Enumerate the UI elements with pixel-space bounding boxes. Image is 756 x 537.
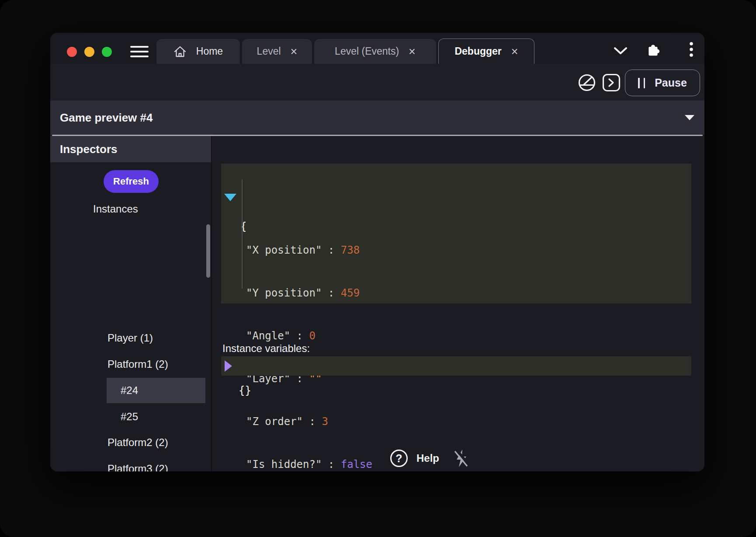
sidebar-item-player[interactable]: Player (1) [108, 325, 153, 351]
sidebar-item-platform2[interactable]: Platform2 (2) [108, 430, 168, 455]
profiler-gauge-icon[interactable] [577, 73, 597, 93]
json-colon: : [322, 244, 340, 256]
home-icon [173, 45, 187, 58]
inspectors-sidebar: Inspectors Refresh Instances Player (1) … [50, 136, 211, 471]
extensions-puzzle-icon[interactable] [647, 42, 662, 56]
content-area: Inspectors Refresh Instances Player (1) … [50, 136, 704, 471]
inspector-main: General: { "X position" : 738 "Y positio… [212, 136, 704, 471]
json-key: "Angle" [246, 330, 290, 342]
json-row-y-position: "Y position" : 459 [221, 284, 691, 302]
tab-home[interactable]: Home [156, 39, 240, 64]
json-row-x-position: "X position" : 738 [221, 241, 691, 259]
json-value: 0 [309, 330, 316, 342]
json-colon: : [290, 330, 309, 342]
sidebar-item-instance-24[interactable]: #24 [121, 378, 138, 403]
collapse-triangle-icon[interactable] [224, 194, 236, 201]
tab-label: Level [257, 45, 281, 57]
dropdown-caret-icon[interactable] [685, 115, 694, 120]
sidebar-item-platform1[interactable]: Platform1 (2) [108, 352, 168, 377]
tab-label: Home [196, 45, 223, 57]
json-key: "Z order" [246, 415, 303, 428]
pause-label: Pause [655, 77, 687, 89]
json-key: "Y position" [246, 287, 322, 299]
tab-level[interactable]: Level × [242, 39, 312, 64]
json-colon: : [322, 287, 340, 299]
expand-triangle-icon[interactable] [225, 360, 232, 372]
question-mark-icon: ? [390, 450, 408, 467]
instance-variables-tree: {} [221, 356, 691, 376]
close-tab-icon[interactable]: × [409, 47, 416, 56]
sidebar-header-label: Inspectors [60, 136, 118, 162]
json-value: false [341, 458, 372, 471]
json-value: 459 [341, 287, 360, 299]
game-preview-title: Game preview #4 [60, 101, 153, 135]
app-window: Home Level × Level (Events) × Debugger × [50, 33, 704, 471]
sidebar-item-instance-25[interactable]: #25 [121, 404, 138, 429]
json-value: 738 [341, 244, 360, 256]
tab-level-events[interactable]: Level (Events) × [314, 39, 436, 64]
close-tab-icon[interactable]: × [511, 47, 518, 56]
help-button[interactable]: ? Help [390, 450, 439, 467]
kebab-menu-icon[interactable] [689, 42, 694, 57]
tab-debugger[interactable]: Debugger × [438, 38, 534, 64]
general-json-tree: { "X position" : 738 "Y position" : 459 … [221, 164, 691, 303]
json-key: "Is hidden?" [246, 458, 322, 471]
help-label: Help [416, 452, 439, 464]
sidebar-item-platform3[interactable]: Platform3 (2) [108, 456, 168, 471]
game-preview-selector[interactable]: Game preview #4 [50, 101, 704, 135]
debugger-toolbar: Pause [50, 64, 704, 101]
maximize-window-button[interactable] [102, 47, 112, 57]
tab-label: Level (Events) [335, 45, 399, 57]
close-window-button[interactable] [67, 47, 77, 57]
sidebar-scrollbar-thumb[interactable] [206, 224, 210, 278]
sidebar-header: Inspectors [50, 136, 211, 162]
flash-off-icon[interactable] [453, 448, 470, 468]
instance-variables-label: Instance variables: [222, 342, 310, 355]
screen-backdrop: Home Level × Level (Events) × Debugger × [0, 0, 756, 537]
minimize-window-button[interactable] [84, 47, 94, 57]
chevron-down-icon[interactable] [613, 46, 628, 55]
tab-label: Debugger [454, 45, 501, 57]
json-colon: : [322, 458, 340, 471]
titlebar: Home Level × Level (Events) × Debugger × [50, 33, 704, 64]
json-colon: : [303, 415, 322, 428]
json-row-z-order: "Z order" : 3 [221, 412, 691, 431]
refresh-button[interactable]: Refresh [104, 170, 159, 193]
pause-icon [638, 78, 645, 88]
pause-button[interactable]: Pause [625, 70, 700, 96]
instances-tree-root[interactable]: Instances [93, 196, 138, 222]
indent-guide [242, 179, 243, 289]
close-tab-icon[interactable]: × [291, 47, 298, 56]
json-value: 3 [322, 415, 328, 428]
console-icon[interactable] [602, 73, 621, 92]
json-open-row: { [221, 189, 691, 204]
variables-empty-object: {} [239, 381, 251, 400]
tab-bar: Home Level × Level (Events) × Debugger × [156, 39, 534, 64]
hamburger-menu-icon[interactable] [130, 45, 149, 58]
